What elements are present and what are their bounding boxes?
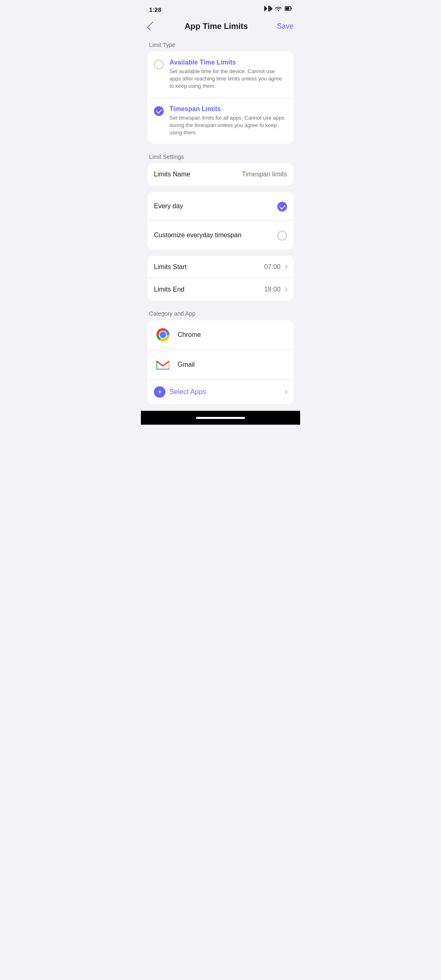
every-day-check[interactable] [277,202,287,212]
limits-start-label: Limits Start [154,263,187,271]
available-time-desc: Set available time for the device. Canno… [169,68,287,90]
available-time-text: Available Time Limits Set available time… [169,59,287,90]
page-title: App Time Limits [156,22,277,31]
back-button[interactable] [147,20,156,32]
limits-end-value-group: 18:00 [264,286,287,293]
back-arrow-icon [147,22,156,31]
limits-end-chevron-icon [283,287,287,292]
status-bar: 1:28 [141,0,300,16]
svg-rect-5 [286,7,290,10]
gmail-app-name: Gmail [178,361,195,368]
limits-name-card: Limits Name Timespan limits [147,163,294,185]
customize-everyday-radio[interactable] [277,231,287,241]
home-indicator[interactable] [196,417,245,419]
limits-end-value: 18:00 [264,286,281,293]
svg-rect-14 [169,361,169,370]
svg-point-10 [160,332,166,338]
limits-start-value-group: 07:00 [264,263,287,271]
header: App Time Limits Save [141,16,300,38]
limits-name-label: Limits Name [154,171,190,178]
limits-start-value: 07:00 [264,263,281,271]
limit-settings-section-label: Limit Settings [141,150,300,163]
bottom-bar [141,411,300,425]
timespan-text: Timespan Limits Set timespan limits for … [169,105,287,137]
every-day-option[interactable]: Every day [147,192,294,221]
schedule-card: Every day Customize everyday timespan [147,192,294,249]
svg-marker-2 [270,6,272,11]
available-time-title: Available Time Limits [169,59,287,66]
customize-everyday-label: Customize everyday timespan [154,232,241,239]
chrome-icon [154,326,172,344]
gmail-app-row: Gmail [147,350,294,380]
chrome-app-row: Chrome [147,320,294,350]
save-button[interactable]: Save [277,22,294,31]
timespan-desc: Set timespan limits for all apps. Cannot… [169,114,287,137]
status-time: 1:28 [149,6,161,13]
available-time-limits-option[interactable]: Available Time Limits Set available time… [147,51,294,98]
gmail-icon [154,356,172,374]
limit-type-section-label: Limit Type [141,38,300,51]
limits-start-row[interactable]: Limits Start 07:00 [147,256,294,278]
svg-rect-15 [156,369,169,370]
timespan-limits-radio[interactable] [154,106,164,116]
svg-point-3 [278,10,279,11]
plus-symbol: + [157,388,162,396]
limits-end-row[interactable]: Limits End 18:00 [147,278,294,301]
limits-end-label: Limits End [154,286,185,293]
apps-card: Chrome Gmail + Select Apps [147,320,294,404]
select-apps-chevron-icon [283,390,287,394]
select-apps-label: Select Apps [169,388,280,396]
times-card: Limits Start 07:00 Limits End 18:00 [147,256,294,301]
wifi-icon [275,6,282,13]
limit-type-card: Available Time Limits Set available time… [147,51,294,144]
timespan-title: Timespan Limits [169,105,287,113]
select-apps-row[interactable]: + Select Apps [147,380,294,404]
available-time-radio[interactable] [154,60,164,69]
status-icons [264,6,292,13]
battery-icon [285,6,292,13]
play-next-icon [264,6,272,13]
svg-marker-0 [264,6,267,11]
svg-rect-6 [291,8,292,9]
category-app-section-label: Category and App [141,307,300,320]
limits-name-row[interactable]: Limits Name Timespan limits [147,163,294,185]
chrome-app-name: Chrome [178,331,201,339]
limits-start-chevron-icon [283,265,287,269]
svg-rect-13 [156,361,157,370]
plus-icon: + [154,386,165,398]
customize-everyday-option[interactable]: Customize everyday timespan [147,221,294,249]
limits-name-value: Timespan limits [242,171,287,178]
timespan-limits-option[interactable]: Timespan Limits Set timespan limits for … [147,98,294,144]
every-day-label: Every day [154,203,183,210]
svg-rect-1 [268,6,270,11]
